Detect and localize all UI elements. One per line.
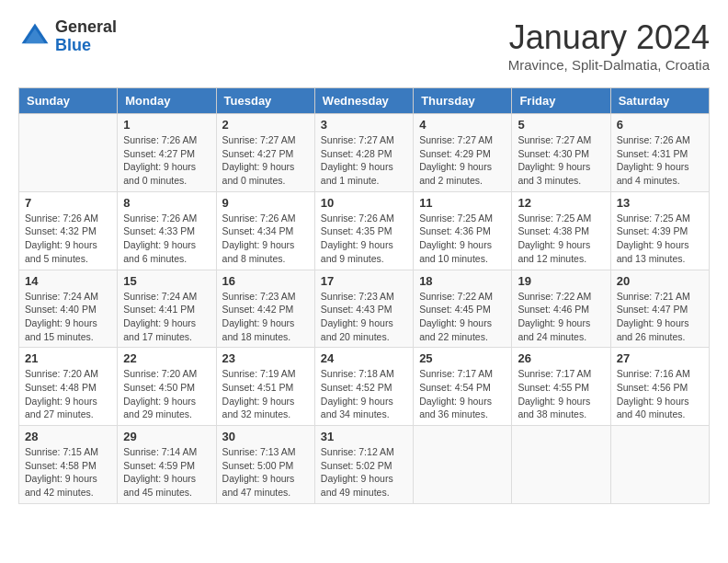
day-number: 8 [123,196,210,210]
day-info: Sunrise: 7:26 AMSunset: 4:31 PMDaylight:… [617,133,703,188]
day-number: 29 [123,430,210,443]
calendar-cell [512,426,610,504]
day-info: Sunrise: 7:20 AMSunset: 4:48 PMDaylight:… [25,367,111,421]
calendar-cell: 20Sunrise: 7:21 AMSunset: 4:47 PMDayligh… [610,270,709,348]
calendar-cell: 8Sunrise: 7:26 AMSunset: 4:33 PMDaylight… [118,191,216,270]
header-thursday: Thursday [414,88,512,114]
calendar-cell: 13Sunrise: 7:25 AMSunset: 4:39 PMDayligh… [610,191,709,270]
calendar-cell: 9Sunrise: 7:26 AMSunset: 4:34 PMDaylight… [216,191,314,270]
day-number: 21 [25,351,111,365]
day-info: Sunrise: 7:27 AMSunset: 4:29 PMDaylight:… [419,133,506,188]
logo-blue: Blue [55,36,91,54]
calendar-cell: 16Sunrise: 7:23 AMSunset: 4:42 PMDayligh… [216,270,314,348]
day-info: Sunrise: 7:27 AMSunset: 4:28 PMDaylight:… [321,133,407,188]
day-info: Sunrise: 7:17 AMSunset: 4:55 PMDaylight:… [518,367,604,421]
day-info: Sunrise: 7:17 AMSunset: 4:54 PMDaylight:… [419,367,506,421]
week-row-2: 7Sunrise: 7:26 AMSunset: 4:32 PMDaylight… [19,191,710,270]
day-number: 5 [518,118,604,132]
logo-icon [18,20,51,53]
day-number: 22 [123,351,210,365]
logo: General Blue [18,18,117,55]
day-info: Sunrise: 7:19 AMSunset: 4:51 PMDaylight:… [222,367,309,421]
day-info: Sunrise: 7:18 AMSunset: 4:52 PMDaylight:… [321,367,407,421]
day-number: 6 [617,118,703,132]
day-info: Sunrise: 7:27 AMSunset: 4:30 PMDaylight:… [518,133,604,188]
day-info: Sunrise: 7:15 AMSunset: 4:58 PMDaylight:… [25,445,111,500]
week-row-5: 28Sunrise: 7:15 AMSunset: 4:58 PMDayligh… [19,426,710,504]
calendar-table: SundayMondayTuesdayWednesdayThursdayFrid… [18,87,710,504]
calendar-cell: 6Sunrise: 7:26 AMSunset: 4:31 PMDaylight… [610,114,709,192]
calendar-cell: 24Sunrise: 7:18 AMSunset: 4:52 PMDayligh… [314,348,413,426]
day-info: Sunrise: 7:26 AMSunset: 4:32 PMDaylight:… [25,212,111,266]
day-number: 3 [321,118,407,132]
logo-text: General Blue [55,18,117,55]
calendar-cell: 23Sunrise: 7:19 AMSunset: 4:51 PMDayligh… [216,348,314,426]
day-number: 19 [518,274,604,288]
day-number: 20 [617,274,703,288]
location: Mravince, Split-Dalmatia, Croatia [508,57,710,73]
header-sunday: Sunday [19,88,118,114]
week-row-3: 14Sunrise: 7:24 AMSunset: 4:40 PMDayligh… [19,270,710,348]
day-info: Sunrise: 7:21 AMSunset: 4:47 PMDaylight:… [617,290,703,344]
day-number: 9 [222,196,309,210]
day-info: Sunrise: 7:23 AMSunset: 4:42 PMDaylight:… [222,290,309,344]
day-number: 11 [419,196,506,210]
calendar-cell: 4Sunrise: 7:27 AMSunset: 4:29 PMDaylight… [414,114,512,192]
calendar-cell: 1Sunrise: 7:26 AMSunset: 4:27 PMDaylight… [118,114,216,192]
day-number: 14 [25,274,111,288]
calendar-cell: 15Sunrise: 7:24 AMSunset: 4:41 PMDayligh… [118,270,216,348]
day-number: 31 [321,430,407,443]
day-number: 17 [321,274,407,288]
day-info: Sunrise: 7:27 AMSunset: 4:27 PMDaylight:… [222,133,309,188]
day-number: 24 [321,351,407,365]
calendar-cell: 31Sunrise: 7:12 AMSunset: 5:02 PMDayligh… [314,426,413,504]
header-tuesday: Tuesday [216,88,314,114]
calendar-cell: 5Sunrise: 7:27 AMSunset: 4:30 PMDaylight… [512,114,610,192]
calendar-cell: 19Sunrise: 7:22 AMSunset: 4:46 PMDayligh… [512,270,610,348]
calendar-cell: 11Sunrise: 7:25 AMSunset: 4:36 PMDayligh… [414,191,512,270]
calendar-cell: 21Sunrise: 7:20 AMSunset: 4:48 PMDayligh… [19,348,118,426]
calendar-cell: 25Sunrise: 7:17 AMSunset: 4:54 PMDayligh… [414,348,512,426]
day-number: 13 [617,196,703,210]
day-number: 7 [25,196,111,210]
day-info: Sunrise: 7:26 AMSunset: 4:27 PMDaylight:… [123,133,210,188]
calendar-cell: 26Sunrise: 7:17 AMSunset: 4:55 PMDayligh… [512,348,610,426]
calendar-cell: 10Sunrise: 7:26 AMSunset: 4:35 PMDayligh… [314,191,413,270]
calendar-cell: 17Sunrise: 7:23 AMSunset: 4:43 PMDayligh… [314,270,413,348]
day-number: 26 [518,351,604,365]
day-number: 30 [222,430,309,443]
header-friday: Friday [512,88,610,114]
week-row-1: 1Sunrise: 7:26 AMSunset: 4:27 PMDaylight… [19,114,710,192]
calendar-cell [19,114,118,192]
day-number: 10 [321,196,407,210]
header-saturday: Saturday [610,88,709,114]
calendar-cell [414,426,512,504]
day-number: 16 [222,274,309,288]
day-number: 25 [419,351,506,365]
day-info: Sunrise: 7:25 AMSunset: 4:39 PMDaylight:… [617,212,703,266]
day-info: Sunrise: 7:20 AMSunset: 4:50 PMDaylight:… [123,367,210,421]
day-info: Sunrise: 7:13 AMSunset: 5:00 PMDaylight:… [222,445,309,500]
month-title: January 2024 [508,18,710,57]
day-info: Sunrise: 7:16 AMSunset: 4:56 PMDaylight:… [617,367,703,421]
day-info: Sunrise: 7:24 AMSunset: 4:41 PMDaylight:… [123,290,210,344]
calendar-cell: 14Sunrise: 7:24 AMSunset: 4:40 PMDayligh… [19,270,118,348]
page-header: General Blue January 2024 Mravince, Spli… [18,18,710,73]
calendar-cell: 29Sunrise: 7:14 AMSunset: 4:59 PMDayligh… [118,426,216,504]
calendar-cell: 18Sunrise: 7:22 AMSunset: 4:45 PMDayligh… [414,270,512,348]
calendar-cell: 27Sunrise: 7:16 AMSunset: 4:56 PMDayligh… [610,348,709,426]
day-number: 23 [222,351,309,365]
week-row-4: 21Sunrise: 7:20 AMSunset: 4:48 PMDayligh… [19,348,710,426]
day-number: 18 [419,274,506,288]
day-info: Sunrise: 7:26 AMSunset: 4:35 PMDaylight:… [321,212,407,266]
title-block: January 2024 Mravince, Split-Dalmatia, C… [508,18,710,73]
day-info: Sunrise: 7:22 AMSunset: 4:45 PMDaylight:… [419,290,506,344]
day-info: Sunrise: 7:12 AMSunset: 5:02 PMDaylight:… [321,445,407,500]
day-number: 15 [123,274,210,288]
day-info: Sunrise: 7:25 AMSunset: 4:36 PMDaylight:… [419,212,506,266]
calendar-cell: 3Sunrise: 7:27 AMSunset: 4:28 PMDaylight… [314,114,413,192]
day-info: Sunrise: 7:23 AMSunset: 4:43 PMDaylight:… [321,290,407,344]
calendar-cell: 30Sunrise: 7:13 AMSunset: 5:00 PMDayligh… [216,426,314,504]
header-monday: Monday [118,88,216,114]
day-info: Sunrise: 7:25 AMSunset: 4:38 PMDaylight:… [518,212,604,266]
